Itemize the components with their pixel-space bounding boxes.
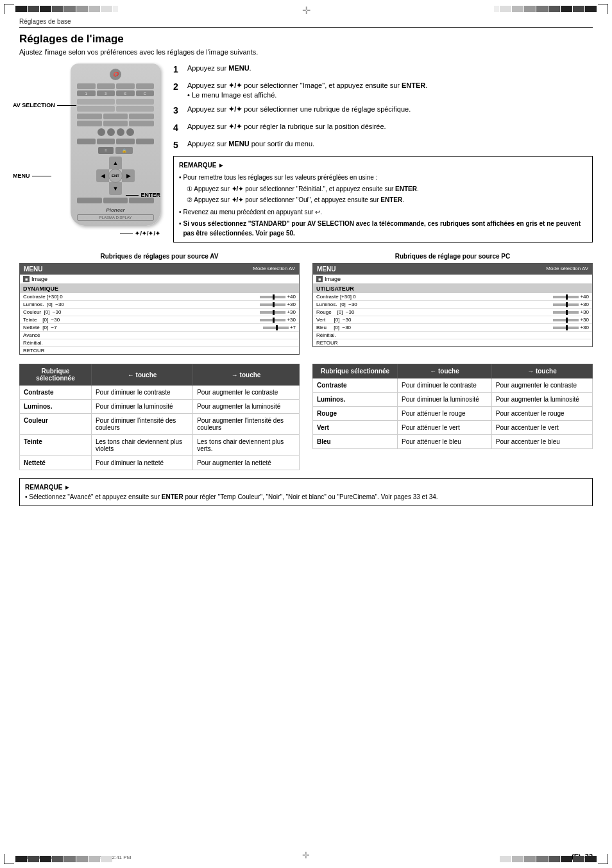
step-2: 2 Appuyez sur ✦/✦ pour sélectionner "Ima… bbox=[173, 81, 593, 101]
step-num-3: 3 bbox=[173, 105, 183, 117]
remote-av-row bbox=[77, 128, 154, 136]
steps-section: 1 Appuyez sur MENU. 2 Appuyez sur ✦/✦ po… bbox=[173, 64, 593, 243]
border-corner-tl bbox=[4, 4, 14, 14]
remote-logo: ⭕ bbox=[77, 69, 154, 80]
av-col2-header: ← touche bbox=[91, 364, 192, 386]
pc-menu-box: MENU Mode sélection AV ■ Image UTILISATE… bbox=[312, 263, 593, 347]
remarque-item-1: • Pour remettre tous les réglages sur le… bbox=[179, 173, 587, 182]
pc-col3-header: → touche bbox=[491, 364, 592, 379]
table-row: Contraste Pour diminuer le contraste Pou… bbox=[20, 386, 300, 400]
table-row: Netteté Pour diminuer la netteté Pour au… bbox=[20, 456, 300, 470]
av-data-table-container: Rubrique sélectionnée ← touche → touche … bbox=[19, 364, 300, 470]
av-col1-header: Rubrique sélectionnée bbox=[20, 364, 92, 386]
bottom-note: REMARQUE ► • Sélectionnez "Avancé" et ap… bbox=[19, 478, 593, 506]
bottom-stripe-left bbox=[15, 855, 157, 863]
remote-section: AV SELECTION MENU ENTER ✦/✦/✦/✦ bbox=[19, 64, 160, 243]
main-content: Réglages de base Réglages de l'image Aju… bbox=[19, 18, 593, 849]
av-selection-label: AV SELECTION bbox=[13, 102, 76, 108]
av-row-luminos: Luminos. [0] −30 +30 bbox=[20, 301, 299, 309]
remarque-item-5: • Si vous sélectionnez "STANDARD" pour A… bbox=[179, 219, 587, 238]
remote-top-buttons: 1 3 S C bbox=[77, 83, 154, 96]
pc-row-bleu: Bleu [0] −30 +30 bbox=[313, 324, 592, 332]
step-text-5: Appuyez sur MENU pour sortir du menu. bbox=[187, 139, 314, 152]
pc-col2-header: ← touche bbox=[398, 364, 492, 379]
step-text-1: Appuyez sur MENU. bbox=[187, 64, 251, 76]
step-4: 4 Appuyez sur ✦/✦ pour régler la rubriqu… bbox=[173, 122, 593, 135]
av-row-couleur: Couleur [0] −30 +30 bbox=[20, 309, 299, 316]
remote-body: ⭕ 1 3 S C bbox=[71, 64, 160, 226]
bottom-compass: ✛ bbox=[302, 850, 310, 860]
pc-menu-header: MENU Mode sélection AV bbox=[313, 264, 592, 275]
av-menu-box: MENU Mode sélection AV ■ Image DYNAMIQUE… bbox=[19, 263, 300, 355]
remote-num-buttons bbox=[77, 114, 154, 126]
pc-menu-subheader: ■ Image bbox=[313, 275, 592, 284]
remote-mid-buttons bbox=[77, 99, 154, 112]
pc-reinitial: Réinitial. bbox=[313, 332, 592, 339]
av-menu-container: Rubriques de réglages pour source AV MEN… bbox=[19, 253, 300, 355]
pc-menu-container: Rubriques de réglage pour source PC MENU… bbox=[312, 253, 593, 355]
remote-model: PLASMA DISPLAY bbox=[77, 214, 154, 221]
remarque-item-4: • Revenez au menu précédent en appuyant … bbox=[179, 207, 587, 217]
border-corner-tr bbox=[598, 4, 608, 14]
steps-list: 1 Appuyez sur MENU. 2 Appuyez sur ✦/✦ po… bbox=[173, 64, 593, 151]
av-menu-title: Rubriques de réglages pour source AV bbox=[19, 253, 300, 260]
av-menu-subheader: ■ Image bbox=[20, 275, 299, 284]
pc-col1-header: Rubrique sélectionnée bbox=[313, 364, 398, 379]
av-data-table: Rubrique sélectionnée ← touche → touche … bbox=[19, 364, 300, 470]
remarque-item-3: ② Appuyez sur ✦/✦ pour sélectionner "Oui… bbox=[187, 195, 587, 205]
border-corner-bl bbox=[4, 854, 14, 864]
remarque-box: REMARQUE ► • Pour remettre tous les régl… bbox=[173, 156, 593, 243]
av-retour: RETOUR bbox=[20, 347, 299, 354]
page-title: Réglages de l'image bbox=[19, 33, 593, 46]
pc-data-table-container: Rubrique sélectionnée ← touche → touche … bbox=[312, 364, 593, 470]
pc-row-vert: Vert [0] −30 +30 bbox=[313, 316, 592, 324]
remote-container: AV SELECTION MENU ENTER ✦/✦/✦/✦ bbox=[19, 64, 160, 226]
av-col3-header: → touche bbox=[193, 364, 300, 386]
center-compass: ✛ bbox=[302, 4, 310, 17]
content-area: AV SELECTION MENU ENTER ✦/✦/✦/✦ bbox=[19, 64, 593, 243]
page-subtitle: Ajustez l'image selon vos préférences av… bbox=[19, 48, 593, 56]
av-row-teinte: Teinte [0] −30 +30 bbox=[20, 316, 299, 324]
av-row-nettete: Netteté [0] −7 +7 bbox=[20, 324, 299, 332]
breadcrumb: Réglages de base bbox=[19, 18, 593, 28]
table-row: Bleu Pour atténuer le bleu Pour accentue… bbox=[313, 435, 593, 449]
top-stripe-right bbox=[455, 5, 597, 13]
remote-bottom-buttons bbox=[77, 198, 154, 203]
remote-nav-cluster: ▲ ▼ ◀ ▶ ENT bbox=[96, 157, 135, 195]
step-num-2: 2 bbox=[173, 81, 183, 101]
step-1: 1 Appuyez sur MENU. bbox=[173, 64, 593, 76]
pc-data-table: Rubrique sélectionnée ← touche → touche … bbox=[312, 364, 593, 449]
remote-bottom-row bbox=[77, 139, 154, 144]
remarque-title: REMARQUE ► bbox=[179, 160, 587, 170]
av-reinitial: Réinitial. bbox=[20, 339, 299, 347]
pc-row-contraste: Contraste [+30] 0 +40 bbox=[313, 293, 592, 301]
av-row-contraste: Contraste [+30] 0 +40 bbox=[20, 293, 299, 301]
border-corner-br bbox=[598, 854, 608, 864]
pc-menu-highlighted: UTILISATEUR bbox=[313, 284, 592, 293]
table-row: Luminos. Pour diminuer la luminosité Pou… bbox=[20, 400, 300, 414]
menu-label: MENU bbox=[13, 173, 51, 179]
av-menu-header: MENU Mode sélection AV bbox=[20, 264, 299, 275]
step-3: 3 Appuyez sur ✦/✦ pour sélectionner une … bbox=[173, 105, 593, 117]
data-tables-section: Rubrique sélectionnée ← touche → touche … bbox=[19, 364, 593, 470]
bottom-note-title: REMARQUE ► bbox=[25, 484, 71, 491]
table-row: Couleur Pour diminuer l'intensité des co… bbox=[20, 414, 300, 435]
step-num-5: 5 bbox=[173, 139, 183, 152]
av-avance: Avancé bbox=[20, 332, 299, 339]
menu-tables-section: Rubriques de réglages pour source AV MEN… bbox=[19, 253, 593, 355]
table-row: Luminos. Pour diminuer la luminosité Pou… bbox=[313, 393, 593, 407]
table-row: Teinte Les tons chair deviennent plus vi… bbox=[20, 435, 300, 456]
remote-brand: Pioneer bbox=[77, 207, 154, 213]
top-stripe-left bbox=[15, 5, 157, 13]
step-num-1: 1 bbox=[173, 64, 183, 76]
step-num-4: 4 bbox=[173, 122, 183, 135]
step-text-4: Appuyez sur ✦/✦ pour régler la rubrique … bbox=[187, 122, 386, 135]
step-text-2: Appuyez sur ✦/✦ pour sélectionner "Image… bbox=[187, 81, 427, 101]
pc-row-luminos: Luminos. [0] −30 +30 bbox=[313, 301, 592, 309]
arrows-label: ✦/✦/✦/✦ bbox=[120, 230, 160, 237]
pc-retour: RETOUR bbox=[313, 339, 592, 346]
pc-menu-title: Rubriques de réglage pour source PC bbox=[312, 253, 593, 260]
bottom-stripe-right bbox=[455, 855, 597, 863]
remote-menu-row: ≡ 🔒 bbox=[77, 147, 154, 154]
step-text-3: Appuyez sur ✦/✦ pour sélectionner une ru… bbox=[187, 105, 411, 117]
